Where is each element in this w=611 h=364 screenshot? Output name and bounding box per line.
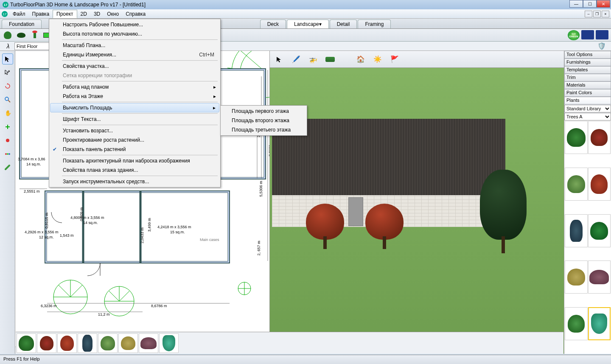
tree-thumb-1[interactable] bbox=[565, 121, 588, 154]
wand-icon[interactable]: 🖊️ bbox=[290, 53, 302, 65]
project-menu-item-4[interactable]: Единицы Измерения...Ctrl+M bbox=[50, 50, 219, 59]
view-3d[interactable]: 🖊️ 🚁 🏠 ☀️ 🚩 bbox=[270, 51, 564, 354]
rotate-tool[interactable] bbox=[2, 81, 13, 92]
project-menu-item-1[interactable]: Высота потолков по умолчанию... bbox=[50, 29, 219, 39]
tree-thumb-2[interactable] bbox=[588, 121, 611, 154]
cat-tool-options[interactable]: Tool Options bbox=[564, 51, 611, 59]
tree-thumb-8[interactable] bbox=[588, 260, 611, 294]
tree-thumb-5[interactable] bbox=[565, 214, 588, 247]
tree-red-2 bbox=[365, 204, 404, 250]
pan-tool[interactable]: ✋ bbox=[2, 108, 13, 119]
project-menu-item-14[interactable]: Шрифт Текста... bbox=[50, 115, 219, 124]
strip-tree-8[interactable] bbox=[159, 333, 179, 353]
go-green-icon[interactable]: GO GREEN bbox=[568, 30, 580, 40]
cat-trim[interactable]: Trim bbox=[564, 74, 611, 81]
project-menu-item-10[interactable]: Работа на Этаже▸ bbox=[50, 92, 219, 101]
tree-thumb-9[interactable] bbox=[565, 307, 588, 340]
bush-tool-icon[interactable] bbox=[16, 31, 26, 40]
tree-thumb-4[interactable] bbox=[588, 168, 611, 201]
area-submenu: Площадь первого этажа Площадь второго жт… bbox=[220, 105, 307, 136]
project-menu-item-21[interactable]: Свойства плана этажа здания... bbox=[50, 165, 219, 175]
submenu-area-2[interactable]: Площадь второго жтажа bbox=[221, 116, 306, 125]
lambda-icon[interactable]: λ bbox=[2, 43, 14, 50]
minimize-button[interactable]: — bbox=[569, 0, 583, 8]
cat-templates[interactable]: Templates bbox=[564, 66, 611, 74]
submenu-area-1[interactable]: Площадь первого этажа bbox=[221, 106, 306, 116]
tree-tool-icon[interactable] bbox=[3, 31, 13, 40]
mdi-restore-button[interactable]: ❐ bbox=[593, 11, 601, 17]
project-menu-item-18[interactable]: Показать панель растений✔ bbox=[50, 145, 219, 154]
cat-furnishings[interactable]: Furnishings bbox=[564, 59, 611, 66]
palette-tool[interactable] bbox=[2, 148, 13, 160]
app-icon: 17 bbox=[3, 2, 8, 8]
cat-plants[interactable]: Plants bbox=[564, 97, 611, 104]
mdi-minimize-button[interactable]: – bbox=[585, 11, 592, 17]
tab-detail[interactable]: Detail bbox=[330, 20, 357, 28]
room1-dim: 3,7084 m x 3,86 bbox=[18, 157, 45, 161]
mdi-close-button[interactable]: × bbox=[602, 11, 609, 17]
menu-file[interactable]: Файл bbox=[9, 10, 29, 18]
flower-tool-icon[interactable] bbox=[30, 31, 40, 40]
dim11-label: 5,5306 m bbox=[259, 181, 263, 197]
project-menu-item-3[interactable]: Масштаб Плана... bbox=[50, 41, 219, 50]
project-menu-item-0[interactable]: Настроить Рабочее Повышение... bbox=[50, 20, 219, 29]
dim2-label: 6,3236 m bbox=[41, 304, 57, 308]
project-menu-item-16[interactable]: Установить возраст... bbox=[50, 126, 219, 135]
zoom-tool[interactable] bbox=[2, 94, 13, 105]
flag-icon[interactable]: 🚩 bbox=[389, 53, 401, 65]
add-point-tool[interactable] bbox=[2, 121, 13, 132]
submenu-area-3[interactable]: Площадь третьего этажа bbox=[221, 125, 306, 134]
tab-deck[interactable]: Deck bbox=[260, 20, 286, 28]
maximize-button[interactable]: ☐ bbox=[583, 0, 597, 8]
select-similar-tool[interactable]: ★ bbox=[2, 67, 13, 78]
strip-tree-3[interactable] bbox=[57, 333, 77, 353]
menu-window[interactable]: Окно bbox=[104, 10, 122, 18]
project-menu-item-12[interactable]: Вычислить Площадь▸ bbox=[50, 103, 219, 112]
library-selector[interactable]: Standard Library bbox=[564, 105, 611, 112]
tree-thumb-10-selected[interactable] bbox=[588, 307, 611, 340]
strip-tree-1[interactable] bbox=[17, 333, 36, 353]
project-menu-item-20[interactable]: Показать архитектурный план наброска изо… bbox=[50, 156, 219, 165]
strip-tree-2[interactable] bbox=[37, 333, 56, 353]
select-tool[interactable] bbox=[2, 53, 13, 64]
terrain-icon[interactable] bbox=[324, 53, 336, 65]
strip-tree-6[interactable] bbox=[118, 333, 138, 353]
strip-tree-5[interactable] bbox=[98, 333, 118, 353]
tree-thumb-3[interactable] bbox=[565, 168, 588, 201]
tree-thumb-7[interactable] bbox=[565, 260, 588, 294]
menu-2d[interactable]: 2D bbox=[77, 10, 90, 18]
left-tool-palette: ★ ✋ bbox=[0, 51, 15, 354]
cat-paint-colors[interactable]: Paint Colors bbox=[564, 89, 611, 97]
plant-library-corner-icon[interactable]: 🛡️ bbox=[597, 42, 606, 50]
cursor-3d-icon[interactable] bbox=[273, 53, 285, 65]
svg-text:✋: ✋ bbox=[5, 110, 11, 117]
strip-tree-7[interactable] bbox=[139, 333, 158, 353]
tree-thumb-6[interactable] bbox=[588, 214, 611, 247]
cat-materials[interactable]: Materials bbox=[564, 81, 611, 89]
menu-project[interactable]: Проект bbox=[53, 10, 77, 18]
helicopter-icon[interactable]: 🚁 bbox=[307, 53, 319, 65]
project-menu-item-9[interactable]: Работа над планом▸ bbox=[50, 82, 219, 92]
project-menu-item-6[interactable]: Свойства участка... bbox=[50, 62, 219, 71]
red-marker-tool[interactable] bbox=[2, 135, 13, 146]
dim5-label: 1,543 m bbox=[60, 233, 74, 238]
house-view-icon[interactable]: 🏠 bbox=[355, 53, 367, 65]
dim7-label: 3,499 m bbox=[147, 218, 151, 232]
tab-landscape[interactable]: Landscape▾ bbox=[287, 20, 329, 28]
link-tool[interactable] bbox=[2, 162, 13, 173]
sun-icon[interactable]: ☀️ bbox=[372, 53, 384, 65]
project-menu-item-17[interactable]: Проектирование роста растений... bbox=[50, 135, 219, 145]
menu-help[interactable]: Справка bbox=[122, 10, 149, 18]
room4-area: 15 sq.m. bbox=[170, 230, 185, 234]
dim4-label: 11,2 m bbox=[98, 312, 110, 316]
group-selector[interactable]: Trees A bbox=[564, 113, 611, 120]
close-button[interactable]: ✕ bbox=[597, 0, 610, 8]
tab-framing[interactable]: Framing bbox=[358, 20, 391, 28]
layout-view-2-button[interactable] bbox=[596, 30, 608, 39]
menu-edit[interactable]: Правка bbox=[29, 10, 53, 18]
project-menu-item-23[interactable]: Запуск инструментальных средств... bbox=[50, 177, 219, 186]
strip-tree-4[interactable] bbox=[78, 333, 97, 353]
menu-3d[interactable]: 3D bbox=[90, 10, 104, 18]
layout-view-1-button[interactable] bbox=[581, 30, 594, 39]
tab-foundation[interactable]: Foundation bbox=[2, 20, 42, 28]
